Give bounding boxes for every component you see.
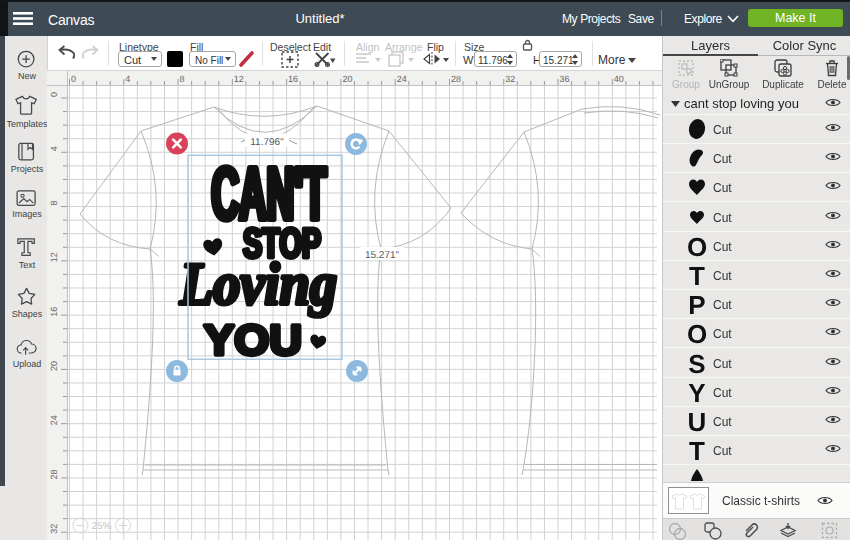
svg-text:20: 20 (49, 361, 59, 371)
svg-text:24: 24 (49, 415, 59, 425)
svg-text:16: 16 (288, 74, 298, 84)
svg-text:O: O (687, 234, 707, 259)
svg-text:28: 28 (451, 74, 461, 84)
svg-text:4: 4 (125, 74, 130, 84)
svg-text:28: 28 (49, 469, 59, 479)
svg-text:T: T (689, 263, 705, 288)
svg-text:P: P (688, 292, 705, 317)
svg-text:11.796": 11.796" (250, 137, 284, 148)
svg-text:T: T (689, 438, 705, 463)
svg-text:12: 12 (49, 252, 59, 262)
svg-text:20: 20 (342, 74, 352, 84)
svg-text:Y: Y (688, 380, 705, 405)
svg-text:32: 32 (49, 524, 59, 534)
svg-text:36: 36 (560, 74, 570, 84)
svg-text:25%: 25% (91, 521, 111, 532)
svg-text:12: 12 (234, 74, 244, 84)
svg-text:0: 0 (49, 92, 59, 97)
svg-text:0: 0 (71, 74, 76, 84)
svg-text:O: O (687, 321, 707, 346)
svg-text:U: U (688, 409, 707, 434)
svg-text:40: 40 (614, 74, 624, 84)
svg-text:32: 32 (505, 74, 515, 84)
svg-text:S: S (688, 351, 705, 376)
svg-text:4: 4 (49, 146, 59, 151)
svg-text:24: 24 (397, 74, 407, 84)
svg-text:8: 8 (49, 201, 59, 206)
svg-text:15.271": 15.271" (365, 250, 400, 261)
svg-text:16: 16 (49, 307, 59, 317)
svg-text:8: 8 (180, 74, 185, 84)
